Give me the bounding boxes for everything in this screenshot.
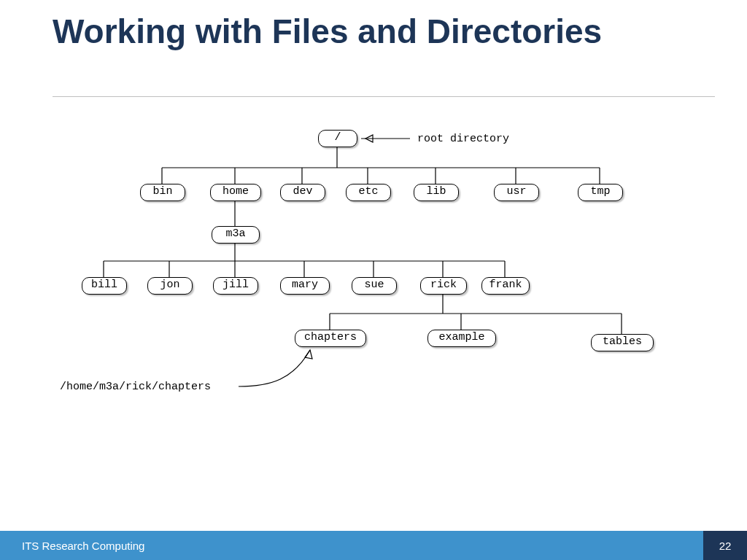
node-etc: etc [346,184,391,201]
node-tables: tables [591,334,654,351]
slide-title: Working with Files and Directories [53,13,694,50]
node-tmp: tmp [578,184,623,201]
root-directory-label: root directory [417,133,509,145]
node-frank: frank [481,277,530,295]
node-jon: jon [147,277,193,295]
node-lib: lib [414,184,459,201]
node-dev: dev [280,184,325,201]
footer-text: ITS Research Computing [0,540,703,552]
node-root: / [318,130,357,147]
node-bin: bin [140,184,185,201]
title-underline [53,96,715,97]
path-annotation: /home/m3a/rick/chapters [60,381,211,393]
node-bill: bill [82,277,127,295]
node-m3a: m3a [212,226,260,244]
node-chapters: chapters [295,330,366,347]
node-usr: usr [494,184,539,201]
page-number: 22 [703,531,747,560]
node-home: home [210,184,261,201]
node-mary: mary [280,277,330,295]
slide: Working with Files and Directories [0,0,747,560]
node-jill: jill [213,277,258,295]
footer: ITS Research Computing 22 [0,531,747,560]
node-example: example [427,330,496,347]
node-rick: rick [420,277,467,295]
node-sue: sue [352,277,397,295]
directory-tree-diagram: / root directory bin home dev etc lib us… [38,117,709,452]
